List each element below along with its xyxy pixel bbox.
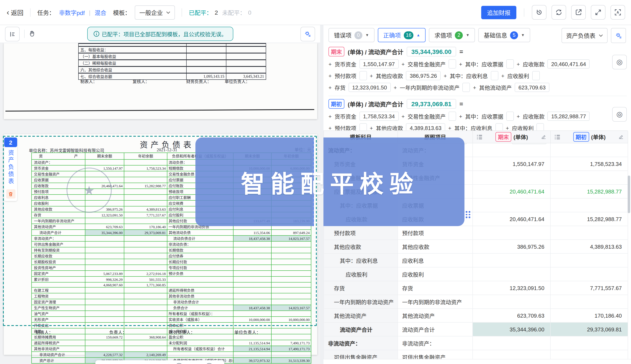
view-on-image-button[interactable]: ◎ [612,55,627,69]
cell-period-end-value[interactable]: 623,709.63 [473,309,550,322]
overlay-drag-handle[interactable] [466,211,470,218]
cell-period-end-value[interactable]: 386,975.26 [473,240,550,254]
cell-period-end-value[interactable]: 20,460,471.64 [473,184,550,198]
doc-cell-liability: 其他非流动负债 [167,293,233,299]
cell-period-end-value[interactable] [473,143,550,157]
table-row[interactable]: 流动资产合计流动资产合计35,344,396.0029,373,069.81 [324,322,628,336]
cell-period-end-value[interactable] [473,254,550,267]
add-report-button[interactable]: 追加财报 [481,6,516,19]
doc-cell-asset-begin [124,323,167,328]
doc-page-1: 五、每股收益：（一）基本每股收益（二）稀释每股收益六、其他综合收益七、综合收益总… [4,43,317,119]
cell-period-begin-value[interactable]: 15,282,988.77 [550,212,628,226]
doc-cell-asset-begin [124,299,167,305]
formula-total-value[interactable]: 35,344,396.00 [407,47,456,56]
region-chip: 2 资产负债表 [4,138,17,201]
refresh-button[interactable] [551,5,566,20]
tab-correct-items[interactable]: 正确项16▲ [378,28,426,42]
outline-tool-button[interactable] [5,27,20,41]
cell-period-end-value[interactable] [473,336,550,350]
term-value-box[interactable] [463,83,470,92]
term-value-box[interactable] [532,71,540,80]
table-row[interactable]: 其中：应收利息应收利息 [324,254,628,267]
cell-period-end-value[interactable] [473,226,550,240]
cell-period-begin-value[interactable] [550,143,628,157]
term-value-box[interactable] [359,71,367,80]
doc-cell-asset: 生产性生物资产 [32,305,85,311]
doc-cell-asset: 流动资产合计 [32,230,85,236]
cell-period-begin-value[interactable]: 1,758,523.34 [550,157,628,171]
doc-cell-liability [167,282,233,288]
zoom-in-button[interactable]: + [205,363,214,364]
back-button[interactable]: ‹ 返回 [7,8,24,17]
term-value-box[interactable] [506,59,514,68]
edit-pencil-icon[interactable] [541,134,546,140]
term-value-box[interactable]: 1,550,147.97 [359,59,398,68]
pan-tool-button[interactable] [25,27,39,40]
cell-period-begin-value[interactable] [550,267,628,281]
table-row[interactable]: 存货存货12,323,091.507,771,557.67 [324,281,628,295]
tab-evaluate-items[interactable]: 求值项2▼ [429,28,475,42]
cell-period-end-value[interactable]: 35,344,396.00 [473,322,550,336]
ocr-recognize-button[interactable]: A [610,5,625,20]
term-value-box[interactable] [491,71,498,80]
export-button[interactable] [571,5,586,20]
term-value-box[interactable] [506,112,514,121]
zoom-out-button[interactable]: − [175,363,183,364]
task-name[interactable]: 非数字pdf [59,8,85,16]
formula-total-value[interactable]: 29,373,069.81 [407,99,456,109]
cell-period-begin-value[interactable] [550,198,628,212]
cell-period-begin-value[interactable]: 4,389,813.63 [550,240,628,254]
cell-period-end-value[interactable] [473,198,550,212]
sheet-select[interactable]: 资产负债表 [561,28,607,43]
match-settings-button[interactable] [300,27,315,41]
formula-settings-button[interactable] [611,28,626,43]
edit-pencil-icon[interactable] [618,134,624,140]
cell-period-begin-value[interactable]: 29,373,069.81 [550,322,628,336]
task-mode[interactable]: 混合 [95,8,106,16]
term-value-box[interactable]: 1,758,523.34 [359,112,398,121]
cell-period-begin-value[interactable]: 7,771,557.67 [550,281,628,295]
cell-period-begin-value[interactable]: 170,186.40 [550,309,628,322]
table-row[interactable]: 一年内到期的非流动资产一年内到期的非流动资产 [324,295,628,309]
view-on-image-button[interactable]: ◎ [612,107,627,122]
tab-basic-info[interactable]: 基础信息5▼ [478,28,530,42]
cell-period-end-value[interactable] [473,267,550,281]
doc-cell-liability-begin: 14,023,167.57 [271,305,311,311]
cell-period-begin-value[interactable] [550,336,628,350]
term-value-box[interactable]: 12,323,091.50 [348,83,391,92]
cell-period-end-value[interactable] [473,171,550,184]
doc-cell-liability-begin [271,253,311,259]
cell-period-begin-value[interactable] [550,171,628,184]
list-icon[interactable] [554,134,560,139]
cell-period-begin-value[interactable] [550,295,628,309]
table-row[interactable]: 其他应收款其他应收款386,975.264,389,813.63 [324,240,628,254]
doc-row: 持有至到期投资长期借款 [32,247,311,253]
list-icon[interactable] [477,134,483,139]
term-value-box[interactable]: 386,975.26 [406,71,441,80]
term-value-box[interactable] [449,112,456,121]
cell-period-begin-value[interactable] [550,226,628,240]
term-value-box[interactable] [449,59,456,68]
term-value-box[interactable]: 15,282,988.77 [547,112,590,121]
fullscreen-button[interactable] [591,5,605,20]
doc-cell-asset-begin [124,194,167,200]
doc-cell-asset-end [85,247,124,253]
table-row[interactable]: 非流动资产：非流动资产： [324,336,628,350]
signature-label: 财务负责人： [169,329,195,335]
cell-period-end-value[interactable]: 20,460,471.64 [473,212,550,226]
table-row[interactable]: 应收股利应收股利 [324,267,628,281]
cell-period-end-value[interactable]: 12,323,091.50 [473,281,550,295]
cell-period-begin-value[interactable] [550,254,628,267]
template-select[interactable]: 一般企业 [135,5,175,20]
cell-period-end-value[interactable]: 1,550,147.97 [473,157,550,171]
term-value-box[interactable]: 623,709.63 [515,83,549,92]
vertical-scrollbar-thumb[interactable] [628,176,630,213]
table-row[interactable]: 其他流动资产其他流动资产623,709.63170,186.40 [324,309,628,322]
history-button[interactable] [532,5,546,20]
delete-region-button[interactable] [6,189,15,198]
table-row[interactable]: 预付款项预付款项 [324,226,628,240]
tab-error-items[interactable]: 错误项0▼ [328,28,374,42]
cell-period-begin-value[interactable]: 15,282,988.77 [550,184,628,198]
cell-period-end-value[interactable] [473,295,550,309]
term-value-box[interactable]: 20,460,471.64 [547,59,590,68]
